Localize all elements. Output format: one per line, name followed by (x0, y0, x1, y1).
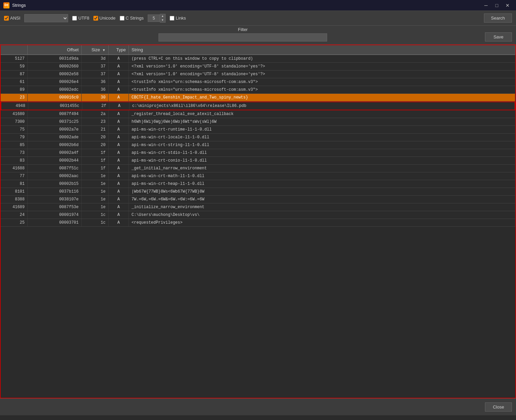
cell-string: <trustInfo xmlns="urn:schemas-microsoft-… (129, 78, 515, 86)
table-row[interactable]: 8100002b151eAapi-ms-win-crt-heap-l1-1-0.… (1, 180, 515, 188)
cell-id: 85 (1, 141, 28, 149)
table-row[interactable]: 8900002edc36A<trustInfo xmlns="urn:schem… (1, 86, 515, 94)
maximize-button[interactable]: □ (492, 1, 502, 9)
cell-string: api-ms-win-crt-locale-l1-1-0.dll (129, 134, 515, 141)
spinner-down[interactable]: ▼ (160, 18, 165, 22)
cell-string: 7W.=6W,=6W.=6W&=6W.=6W:=6W.=6W (129, 196, 515, 203)
ansi-dropdown[interactable] (24, 14, 68, 22)
cell-id: 23 (1, 94, 28, 101)
table-row[interactable]: 8500002b6d20Aapi-ms-win-crt-string-l1-1-… (1, 141, 515, 149)
table-row[interactable]: 7300002a4f1fAapi-ms-win-crt-stdio-l1-1-0… (1, 149, 515, 157)
cell-string: api-ms-win-crt-heap-l1-1-0.dll (129, 180, 515, 188)
table-row[interactable]: 7700002aac1eAapi-ms-win-crt-math-l1-1-0.… (1, 172, 515, 180)
ansi-group: ANSI (4, 16, 20, 21)
cell-type: A (109, 110, 129, 118)
col-header-id[interactable] (1, 45, 28, 54)
cell-string: c:\miniprojects\x86il\il86\x64\release\I… (130, 102, 515, 110)
cell-type: A (109, 141, 129, 149)
search-button[interactable]: Search (484, 13, 512, 23)
cell-string: api-ms-win-crt-conio-l1-1-0.dll (129, 157, 515, 164)
cell-size: 1e (82, 172, 109, 180)
filter-input[interactable] (159, 33, 327, 41)
unicode-checkbox-label[interactable]: Unicode (93, 16, 116, 21)
search-button-container: Search (484, 13, 512, 23)
cell-size: 36 (82, 86, 109, 93)
cell-id: 24 (1, 211, 28, 219)
window-close-button[interactable]: ✕ (503, 1, 513, 9)
table-row[interactable]: 730000371c2523Ah6Wh)6Wi)6Wg)6We)6Wo)6Wt*… (1, 118, 515, 126)
cell-type: A (109, 188, 129, 195)
cell-id: 87 (1, 71, 28, 78)
links-checkbox[interactable] (170, 16, 174, 21)
table-row[interactable]: 25000037011cA<requestedPrivileges> (1, 219, 515, 227)
cstrings-checkbox-label[interactable]: C Strings (120, 16, 144, 21)
links-checkbox-label[interactable]: Links (170, 16, 186, 21)
table-row[interactable]: 61000026e436A<trustInfo xmlns="urn:schem… (1, 78, 515, 86)
table-row[interactable]: 24000019741cAC:\Users\muchong\Desktop\vs… (1, 211, 515, 219)
title-bar: De Strings ─ □ ✕ (0, 0, 516, 11)
cell-offset: 0037b116 (28, 188, 82, 195)
cell-type: A (109, 203, 129, 211)
cell-id: 41689 (1, 203, 28, 211)
cell-string: <requestedPrivileges> (129, 219, 515, 226)
cell-type: A (109, 126, 129, 133)
cell-size: 1c (82, 219, 109, 226)
cell-type: A (109, 55, 129, 62)
filter-save-row: Filter Save (0, 26, 516, 45)
cell-type: A (109, 78, 129, 86)
table-header: Offset Size ▼ Type String (1, 45, 515, 55)
col-header-size[interactable]: Size ▼ (82, 45, 109, 54)
cell-id: 77 (1, 172, 28, 180)
utf8-checkbox-label[interactable]: UTF8 (72, 16, 89, 21)
cstrings-group: C Strings (120, 16, 144, 21)
min-length-input[interactable] (148, 15, 160, 22)
cell-string: _initialize_narrow_environment (129, 203, 515, 211)
table-row[interactable]: 7500002a7e21Aapi-ms-win-crt-runtime-l1-1… (1, 126, 515, 134)
cell-size: 1e (82, 180, 109, 188)
cell-offset: 0031d9da (28, 55, 82, 62)
window-title: Strings (12, 3, 26, 8)
cell-string: <trustInfo xmlns="urn:schemas-microsoft-… (129, 86, 515, 93)
cell-size: 36 (82, 78, 109, 86)
cell-type: A (109, 149, 129, 157)
cell-size: 2f (82, 102, 109, 110)
cell-id: 81 (1, 180, 28, 188)
ansi-checkbox[interactable] (4, 16, 9, 21)
cell-id: 59 (1, 63, 28, 70)
cell-size: 37 (82, 63, 109, 70)
col-header-offset[interactable]: Offset (28, 45, 82, 54)
table-row[interactable]: 8300002b441fAapi-ms-win-crt-conio-l1-1-0… (1, 157, 515, 165)
cell-size: 20 (82, 134, 109, 141)
table-row[interactable]: 23000016c030ACBCTF{I_hate_Genshin_Impact… (1, 94, 515, 102)
cell-size: 2a (82, 110, 109, 118)
cell-id: 61 (1, 78, 28, 86)
table-row[interactable]: 51270031d9da3dA(press CTRL+C on this win… (1, 55, 515, 63)
minimize-button[interactable]: ─ (481, 1, 491, 9)
table-row[interactable]: 7900002ade20Aapi-ms-win-crt-locale-l1-1-… (1, 134, 515, 141)
table-row[interactable]: 81010037b1161eA|Wb67W{77WB}8Ws<6Wb67W{77… (1, 188, 515, 196)
table-row[interactable]: 83880038107e1eA7W.=6W,=6W.=6W&=6W.=6W:=6… (1, 196, 515, 203)
cell-id: 75 (1, 126, 28, 133)
table-row[interactable]: 8700002e5837A<?xml version='1.0' encodin… (1, 71, 515, 78)
table-body[interactable]: 51270031d9da3dA(press CTRL+C on this win… (1, 55, 515, 398)
table-row[interactable]: 416890087f53e1eA_initialize_narrow_envir… (1, 203, 515, 211)
ansi-checkbox-label[interactable]: ANSI (4, 16, 20, 21)
cstrings-checkbox[interactable] (120, 16, 124, 21)
col-header-string[interactable]: String (129, 45, 515, 54)
table-row[interactable]: 416800087f4942aA_register_thread_local_e… (1, 110, 515, 118)
table-row[interactable]: 49480031455c2fAc:\miniprojects\x86il\il8… (1, 102, 515, 110)
utf8-checkbox[interactable] (72, 16, 77, 21)
cell-id: 4948 (1, 102, 28, 110)
spinner-up[interactable]: ▲ (160, 14, 165, 18)
unicode-checkbox[interactable] (93, 16, 98, 21)
sort-arrow-icon: ▼ (102, 48, 106, 52)
close-button[interactable]: Close (485, 402, 512, 412)
cell-type: A (109, 71, 129, 78)
save-button[interactable]: Save (485, 32, 512, 41)
table-row[interactable]: 416880087f51c1fA_get_initial_narrow_envi… (1, 165, 515, 172)
cell-string: _register_thread_local_exe_atexit_callba… (129, 110, 515, 118)
cell-string: api-ms-win-crt-runtime-l1-1-0.dll (129, 126, 515, 133)
cell-size: 1f (82, 157, 109, 164)
col-header-type[interactable]: Type (109, 45, 129, 54)
table-row[interactable]: 590000266037A<?xml version='1.0' encodin… (1, 63, 515, 71)
